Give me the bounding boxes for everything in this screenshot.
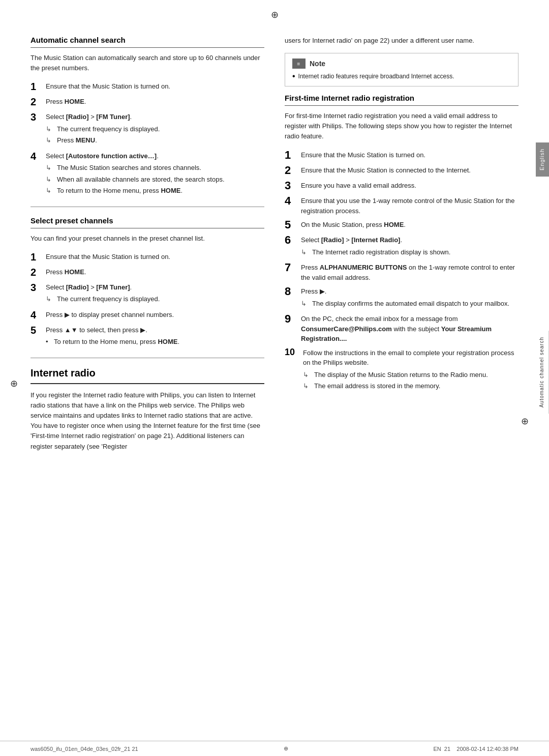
select-preset-channels-steps: 1 Ensure that the Music Station is turne… (30, 251, 264, 348)
note-label: Note (310, 60, 325, 68)
step-2-reg: 2 Ensure that the Music Station is conne… (285, 164, 518, 177)
first-time-registration-title: First-time Internet radio registration (285, 94, 518, 106)
automatic-channel-search-section: Automatic channel search The Music Stati… (30, 36, 264, 197)
right-column: users for Internet radio' on page 22) un… (285, 20, 518, 741)
step-number-4-preset: 4 (30, 309, 46, 321)
step-5-reg: 5 On the Music Station, press HOME. (285, 219, 518, 231)
sub-6-1-reg: ↳ The Internet radio registration displa… (301, 247, 518, 257)
step-number-10-reg: 10 (285, 347, 303, 358)
registration-steps: 1 Ensure that the Music Station is turne… (285, 149, 518, 393)
internet-radio-section: Internet radio If you register the Inter… (30, 367, 264, 452)
automatic-channel-search-title: Automatic channel search (30, 36, 264, 48)
step-2-auto: 2 Press HOME. (30, 96, 264, 108)
note-bullet-dot: • (292, 72, 295, 81)
bottom-bar: was6050_ifu_01en_04de_03es_02fr_21 21 ⊕ … (0, 741, 549, 756)
step-1-auto: 1 Ensure that the Music Station is turne… (30, 80, 264, 93)
step-number-2-preset: 2 (30, 266, 46, 278)
divider-1 (30, 207, 264, 207)
divider-2 (30, 358, 264, 358)
internet-radio-title: Internet radio (30, 367, 264, 384)
sub-3-1-auto: ↳ The current frequency is displayed. (46, 124, 264, 134)
step-number-2-reg: 2 (285, 164, 301, 177)
step-number-8-reg: 8 (285, 285, 301, 298)
step-number-9-reg: 9 (285, 313, 301, 325)
step-7-reg: 7 Press ALPHANUMERIC BUTTONS on the 1-wa… (285, 261, 518, 282)
sub-3-2-auto: ↳ Press MENU. (46, 135, 264, 146)
step-text-2-reg: Ensure that the Music Station is connect… (301, 164, 518, 176)
select-preset-channels-title: Select preset channels (30, 216, 264, 228)
sub-3-1-preset: ↳ The current frequency is displayed. (46, 294, 264, 304)
step-5-preset: 5 Press ▲▼ to select, then press ▶. • To… (30, 324, 264, 348)
step-4-preset: 4 Press ▶ to display preset channel numb… (30, 309, 264, 321)
footer-datetime: 2008-02-14 12:40:38 PM (456, 746, 518, 752)
step-number-5-preset: 5 (30, 324, 46, 336)
sub-4-1-auto: ↳ The Music Station searches and stores … (46, 163, 264, 173)
footer-center: ⊕ (284, 745, 288, 752)
step-number-6-reg: 6 (285, 234, 301, 246)
step-text-2-preset: Press HOME. (46, 266, 264, 277)
step-number-4-auto: 4 (30, 150, 46, 162)
first-time-registration-body: For first-time Internet radio registrati… (285, 111, 518, 141)
footer-left: was6050_ifu_01en_04de_03es_02fr_21 21 (30, 746, 138, 752)
step-10-reg: 10 Follow the instructions in the email … (285, 347, 518, 393)
step-text-3-preset: Select [Radio] > [FM Tuner]. ↳ The curre… (46, 281, 264, 306)
select-preset-channels-section: Select preset channels You can find your… (30, 216, 264, 348)
step-text-5-preset: Press ▲▼ to select, then press ▶. • To r… (46, 324, 264, 348)
step-3-reg: 3 Ensure you have a valid email address. (285, 180, 518, 192)
note-icon: ≡ (292, 59, 306, 69)
note-header: ≡ Note (292, 59, 511, 69)
step-number-2-auto: 2 (30, 96, 46, 108)
step-3-preset: 3 Select [Radio] > [FM Tuner]. ↳ The cur… (30, 281, 264, 306)
footer-bottom-mark: ⊕ (284, 745, 288, 752)
sub-10-2-reg: ↳ The email address is stored in the mem… (303, 381, 518, 391)
step-number-3-auto: 3 (30, 111, 46, 123)
right-registration-mark: ⊕ (521, 416, 529, 427)
step-text-6-reg: Select [Radio] > [Internet Radio]. ↳ The… (301, 234, 518, 258)
step-text-3-auto: Select [Radio] > [FM Tuner]. ↳ The curre… (46, 111, 264, 147)
step-number-1-reg: 1 (285, 149, 301, 161)
step-4-reg: 4 Ensure that you use the 1-way remote c… (285, 195, 518, 216)
sub-5-1-preset: • To return to the Home menu, press HOME… (46, 337, 264, 347)
step-text-9-reg: On the PC, check the email inbox for a m… (301, 313, 518, 344)
step-2-preset: 2 Press HOME. (30, 266, 264, 278)
step-text-4-auto: Select [Autostore function active…]. ↳ T… (46, 150, 264, 197)
step-number-1-preset: 1 (30, 251, 46, 263)
top-registration-mark: ⊕ (0, 0, 549, 20)
footer-en: EN (433, 746, 441, 752)
step-text-1-preset: Ensure that the Music Station is turned … (46, 251, 264, 262)
sub-8-1-reg: ↳ The display confirms the automated ema… (301, 299, 518, 309)
step-number-1-auto: 1 (30, 80, 46, 93)
sub-10-1-reg: ↳ The display of the Music Station retur… (303, 370, 518, 380)
step-number-3-preset: 3 (30, 281, 46, 294)
note-bullet-1: • Internet radio features require broadb… (292, 72, 511, 81)
step-text-7-reg: Press ALPHANUMERIC BUTTONS on the 1-way … (301, 261, 518, 282)
automatic-channel-search-body: The Music Station can automatically sear… (30, 53, 264, 73)
page-container: ⊕ ⊕ English Automatic channel search ⊕ A… (0, 0, 549, 756)
step-8-reg: 8 Press ▶. ↳ The display confirms the au… (285, 285, 518, 310)
sub-4-2-auto: ↳ When all available channels are stored… (46, 175, 264, 185)
internet-radio-body: If you register the Internet radio featu… (30, 390, 264, 452)
side-tab-english: English (536, 142, 549, 177)
step-text-1-reg: Ensure that the Music Station is turned … (301, 149, 518, 160)
left-registration-mark: ⊕ (10, 378, 18, 389)
right-intro-text: users for Internet radio' on page 22) un… (285, 36, 518, 46)
footer-right: EN 21 2008-02-14 12:40:38 PM (433, 746, 518, 752)
automatic-channel-search-steps: 1 Ensure that the Music Station is turne… (30, 80, 264, 197)
step-text-8-reg: Press ▶. ↳ The display confirms the auto… (301, 285, 518, 310)
side-tab-automatic-channel: Automatic channel search (536, 331, 549, 414)
sub-4-3-auto: ↳ To return to the Home menu, press HOME… (46, 186, 264, 196)
step-9-reg: 9 On the PC, check the email inbox for a… (285, 313, 518, 344)
step-text-3-reg: Ensure you have a valid email address. (301, 180, 518, 191)
note-box: ≡ Note • Internet radio features require… (285, 53, 518, 86)
step-number-7-reg: 7 (285, 261, 301, 274)
left-column: Automatic channel search The Music Stati… (30, 20, 264, 741)
step-text-4-reg: Ensure that you use the 1-way remote con… (301, 195, 518, 216)
step-text-2-auto: Press HOME. (46, 96, 264, 107)
main-content: Automatic channel search The Music Stati… (0, 20, 549, 741)
step-text-1-auto: Ensure that the Music Station is turned … (46, 80, 264, 92)
note-text-1: Internet radio features require broadban… (298, 72, 454, 81)
step-text-5-reg: On the Music Station, press HOME. (301, 219, 518, 230)
step-number-4-reg: 4 (285, 195, 301, 207)
step-6-reg: 6 Select [Radio] > [Internet Radio]. ↳ T… (285, 234, 518, 258)
footer-page: 21 (444, 746, 450, 752)
